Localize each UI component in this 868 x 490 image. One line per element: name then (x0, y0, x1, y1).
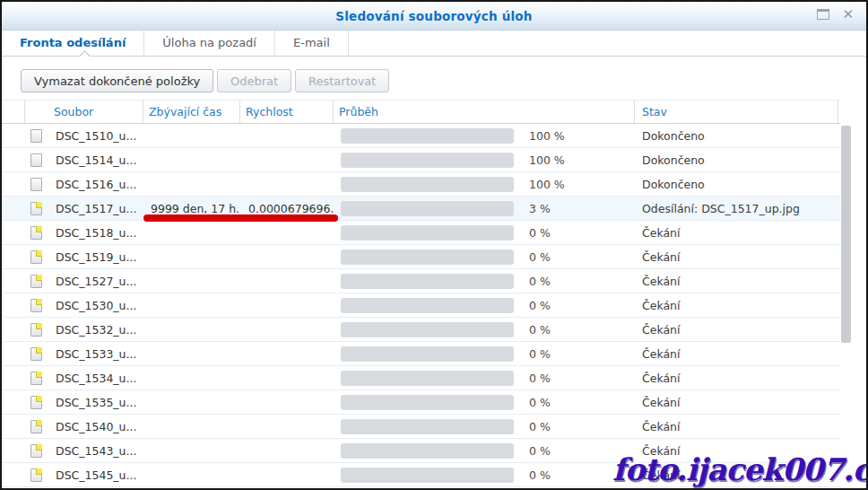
status-value: Čekání (635, 347, 838, 361)
column-header-checkbox (2, 101, 25, 123)
file-icon (30, 129, 42, 143)
progress-bar-track (341, 225, 514, 241)
progress-cell: 0 % (334, 249, 635, 265)
table-row[interactable]: DSC_1533_u... 0 % Čekání (2, 342, 840, 366)
file-name: DSC_1517_u... (56, 202, 136, 215)
progress-cell: 3 % (334, 201, 635, 216)
progress-percent-label: 0 % (529, 468, 551, 482)
column-header-speed[interactable]: Rychlost (240, 101, 334, 123)
table-row[interactable]: DSC_1530_u... 0 % Čekání (2, 293, 840, 318)
table-row[interactable]: DSC_1532_u... 0 % Čekání (2, 318, 840, 342)
table-row[interactable]: DSC_1534_u... 0 % Čekání (2, 366, 840, 390)
column-header-status[interactable]: Stav (635, 101, 838, 123)
status-value: Čekání (635, 396, 838, 409)
file-name: DSC_1518_u... (56, 226, 136, 240)
progress-cell: 0 % (334, 298, 635, 313)
restore-window-icon[interactable] (817, 9, 829, 20)
progress-bar-track (341, 153, 514, 168)
row-check-cell (2, 293, 25, 318)
watermark-text: foto.ijacek007.cz :-) (612, 451, 868, 487)
row-check-cell (2, 197, 25, 221)
status-value: Čekání (635, 372, 838, 385)
vertical-scrollbar-thumb[interactable] (841, 126, 851, 343)
tab-bar: Fronta odesílání Úloha na pozadí E-mail (2, 31, 866, 57)
row-check-cell (2, 463, 25, 487)
row-file-cell: DSC_1514_u... (25, 153, 143, 167)
progress-cell: 0 % (334, 371, 635, 386)
status-value: Čekání (635, 275, 838, 288)
table-row[interactable]: DSC_1535_u... 0 % Čekání (2, 390, 840, 415)
file-name: DSC_1516_u... (56, 178, 136, 191)
file-icon (30, 396, 42, 409)
row-check-cell (2, 415, 25, 439)
file-name: DSC_1540_u... (56, 420, 136, 433)
status-value: Čekání (635, 250, 838, 264)
progress-percent-label: 0 % (529, 226, 551, 240)
row-check-cell (2, 439, 25, 463)
tab-background-task[interactable]: Úloha na pozadí (144, 31, 275, 56)
row-file-cell: DSC_1535_u... (25, 396, 143, 409)
file-icon (30, 444, 42, 458)
table-row[interactable]: DSC_1518_u... 0 % Čekání (2, 221, 840, 245)
row-check-cell (2, 148, 25, 172)
progress-bar-track (341, 298, 514, 313)
progress-cell: 0 % (334, 443, 635, 459)
table-row[interactable]: DSC_1517_u... 9999 den, 17 h... 0.000067… (2, 197, 840, 221)
file-icon (30, 250, 42, 264)
table-row[interactable]: DSC_1516_u... 100 % Dokončeno (2, 172, 840, 197)
row-file-cell: DSC_1534_u... (25, 372, 143, 385)
row-file-cell: DSC_1516_u... (25, 178, 143, 191)
status-value: Dokončeno (635, 178, 838, 191)
file-name: DSC_1527_u... (56, 275, 136, 288)
row-check-cell (2, 366, 25, 390)
progress-percent-label: 0 % (529, 444, 551, 458)
status-value: Dokončeno (635, 153, 838, 167)
file-icon (30, 226, 42, 240)
column-header-remaining-time[interactable]: Zbývající čas (143, 101, 240, 123)
row-check-cell (2, 124, 25, 148)
file-icon (30, 347, 42, 361)
remove-button[interactable]: Odebrat (217, 69, 291, 92)
progress-cell: 0 % (334, 395, 635, 410)
progress-percent-label: 0 % (529, 396, 551, 409)
progress-percent-label: 0 % (529, 323, 551, 337)
progress-cell: 100 % (334, 128, 635, 144)
row-file-cell: DSC_1518_u... (25, 226, 143, 240)
progress-bar-track (341, 346, 514, 362)
tab-upload-queue[interactable]: Fronta odesílání (2, 31, 144, 56)
column-header-progress[interactable]: Průběh (334, 101, 635, 123)
tab-email[interactable]: E-mail (275, 31, 349, 56)
progress-bar-track (341, 177, 514, 192)
status-value: Odesílání: DSC_1517_up.jpg (635, 202, 838, 215)
close-icon[interactable]: ✕ (842, 9, 854, 20)
table-row[interactable]: DSC_1540_u... 0 % Čekání (2, 415, 840, 439)
clear-completed-button[interactable]: Vymazat dokončené položky (21, 69, 213, 92)
table-row[interactable]: DSC_1527_u... 0 % Čekání (2, 269, 840, 293)
progress-percent-label: 0 % (529, 372, 551, 385)
row-file-cell: DSC_1543_u... (25, 444, 143, 458)
file-icon (30, 275, 42, 288)
progress-percent-label: 3 % (529, 202, 551, 215)
file-icon (30, 178, 42, 191)
remaining-time-value: 9999 den, 17 h... (143, 202, 240, 215)
annotation-underline (143, 214, 338, 222)
restart-button[interactable]: Restartovat (295, 69, 389, 92)
file-icon (30, 420, 42, 433)
task-monitor-window: Sledování souborových úloh ✕ Fronta odes… (0, 0, 868, 490)
status-value: Dokončeno (635, 129, 838, 143)
window-title: Sledování souborových úloh (2, 9, 866, 23)
progress-percent-label: 0 % (529, 275, 551, 288)
progress-cell: 0 % (334, 419, 635, 434)
table-row[interactable]: DSC_1514_u... 100 % Dokončeno (2, 148, 840, 172)
progress-percent-label: 100 % (529, 129, 565, 143)
table-row[interactable]: DSC_1510_u... 100 % Dokončeno (2, 124, 840, 148)
table-header: Soubor Zbývající čas Rychlost Průběh Sta… (2, 100, 840, 124)
row-file-cell: DSC_1532_u... (25, 323, 143, 337)
column-header-file[interactable]: Soubor (25, 101, 143, 123)
table-row[interactable]: DSC_1519_u... 0 % Čekání (2, 245, 840, 269)
progress-cell: 0 % (334, 346, 635, 362)
progress-cell: 0 % (334, 468, 635, 483)
status-value: Čekání (635, 226, 838, 240)
status-value: Čekání (635, 420, 838, 433)
row-check-cell (2, 269, 25, 293)
